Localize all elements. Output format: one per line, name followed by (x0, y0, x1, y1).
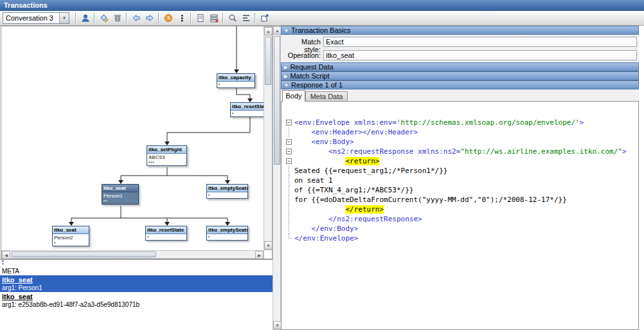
match-style-field[interactable]: Exact (323, 37, 637, 47)
window-title: Transactions (4, 1, 48, 9)
code-line: </env:Body> (285, 224, 636, 234)
tree-node-ports: ▪ (219, 82, 253, 86)
window-title-bar: Transactions (0, 0, 644, 11)
toolbar-separator (190, 13, 192, 23)
section-request-data[interactable]: ▶ Request Data (281, 62, 639, 71)
tree-node-ports: ▪▪ (103, 199, 137, 203)
magnifier-icon (228, 13, 238, 23)
meta-item-arg: arg1: e253ab8b-ed91-48f7-a2a3-d5e9d81307… (2, 301, 271, 309)
fold-toggle-icon[interactable]: − (286, 149, 292, 154)
scroll-right-icon[interactable]: ▶ (255, 251, 264, 259)
tree-node-title: itko_seat (102, 185, 138, 192)
layers-icon (209, 13, 219, 23)
transactions-window: Transactions Conversation 3 ▼ (0, 0, 644, 330)
tree-node-ports: ▪ (147, 235, 185, 239)
code-line: −<env:Body> (285, 137, 636, 147)
code-line: −<return> (285, 156, 636, 166)
section-transaction-basics[interactable]: ▼ Transaction Basics (281, 26, 639, 35)
section-response[interactable]: ▼ Response 1 of 1 (281, 80, 639, 89)
code-token: <env:Envelope xmlns:env= (294, 118, 397, 127)
tree-node-emptyseats-bottom[interactable]: itko_emptySeats ▪ (206, 226, 248, 241)
document-button[interactable] (193, 12, 207, 24)
code-line: </env:Envelope> (285, 234, 636, 243)
code-gutter: − (285, 156, 294, 166)
tree-node-resetstate-bottom[interactable]: itko_resetState ▪ (145, 226, 187, 241)
fold-guide-line (289, 166, 289, 176)
tab-body[interactable]: Body (282, 90, 305, 102)
delete-button[interactable] (111, 12, 124, 24)
scroll-thumb[interactable] (274, 36, 280, 165)
document-icon (195, 13, 206, 23)
tree-node-ports: ▪▪▪ (148, 160, 185, 164)
tree-vertical-scrollbar[interactable]: ▲ ▼ (264, 26, 273, 250)
operation-field[interactable]: itko_seat (323, 50, 637, 60)
tab-meta-data[interactable]: Meta Data (305, 91, 348, 102)
response-body-editor[interactable]: −<env:Envelope xmlns:env='http://schemas… (281, 101, 639, 330)
toolbar: Conversation 3 ▼ (0, 11, 644, 26)
section-match-script[interactable]: ▶ Match Script (281, 71, 639, 80)
fold-toggle-icon[interactable]: − (286, 139, 292, 145)
chevron-down-icon[interactable]: ▼ (59, 13, 69, 23)
code-token: <env:Header></env:Header> (311, 128, 418, 136)
code-text: for {{=doDateDeltaFromCurrent("yyyy-MM-d… (294, 195, 567, 205)
scroll-down-icon[interactable]: ▼ (264, 241, 273, 250)
collapse-down-icon[interactable]: ▼ (1, 262, 8, 266)
breakpoints-button[interactable] (175, 12, 188, 24)
meta-item-arg: arg1: Person1 (2, 284, 271, 292)
code-text: </return> (294, 205, 384, 214)
tree-node-seat-person2[interactable]: itko_seat Person2 ▪ (52, 226, 89, 246)
code-token: > (580, 118, 584, 127)
meta-panel-title: META (0, 260, 273, 275)
fold-toggle-icon[interactable]: − (286, 120, 292, 125)
code-text: <env:Header></env:Header> (294, 127, 418, 137)
tree-node-setflight[interactable]: itko_setFlight ABC53 ▪▪▪ (147, 145, 187, 166)
tree-node-title: itko_resetState (146, 226, 186, 234)
user-button[interactable] (78, 12, 92, 24)
toolbar-separator (75, 13, 76, 23)
fold-toggle-icon[interactable]: − (286, 158, 292, 164)
inspector-vertical-scrollbar[interactable]: ▲ ▼ (273, 26, 281, 330)
code-gutter: − (285, 137, 294, 147)
scroll-thumb[interactable] (265, 37, 271, 85)
tree-node-capacity[interactable]: itko_capacity ▪ (217, 73, 255, 88)
fold-guide-line (289, 205, 289, 214)
conversation-select[interactable]: Conversation 3 ▼ (3, 12, 69, 24)
tree-node-title: itko_emptySeats (207, 185, 247, 192)
meta-item-name[interactable]: itko_seat (2, 276, 271, 284)
tree-node-body: ▪ (146, 234, 186, 240)
meta-item[interactable]: itko_seat arg1: e253ab8b-ed91-48f7-a2a3-… (0, 292, 273, 309)
edit-transaction-button[interactable] (97, 12, 111, 24)
code-gutter (285, 224, 294, 234)
code-token: <env:Body> (311, 138, 353, 146)
history-button[interactable] (161, 12, 175, 24)
trash-icon (112, 13, 123, 23)
tree-node-resetstate-top[interactable]: itko_resetState ▪ (230, 102, 269, 117)
tree-node-subtitle: Person2 (54, 235, 87, 241)
meta-item-selected[interactable]: itko_seat arg1: Person1 (0, 275, 273, 292)
forward-button[interactable] (143, 12, 156, 24)
back-button[interactable] (129, 12, 143, 24)
tree-node-title: itko_seat (53, 226, 89, 234)
expand-triangle-icon: ▶ (284, 65, 287, 69)
export-button[interactable] (258, 12, 271, 24)
layers-button[interactable] (207, 12, 220, 24)
zoom-button[interactable] (226, 12, 239, 24)
code-gutter (285, 166, 294, 176)
tree-node-seat-selected[interactable]: itko_seat Person1 ▪▪ (102, 184, 139, 205)
code-line: on seat 1 (285, 176, 636, 185)
tree-horizontal-scrollbar[interactable]: ◀ ▶ (1, 250, 264, 259)
xml-code[interactable]: −<env:Envelope xmlns:env='http://schemas… (282, 102, 638, 329)
code-line: <env:Header></env:Header> (285, 127, 636, 137)
arrange-button[interactable] (239, 12, 253, 24)
split-divider[interactable]: ▲ ▼ (1, 259, 8, 266)
diamond-pencil-icon (99, 13, 109, 23)
scroll-thumb[interactable] (12, 252, 156, 257)
meta-item-name[interactable]: itko_seat (2, 293, 271, 301)
tree-node-emptyseats-mid[interactable]: itko_emptySeats ▪ (206, 184, 248, 199)
scroll-up-icon[interactable]: ▲ (264, 27, 273, 35)
code-gutter (285, 195, 294, 205)
tree-node-ports: ▪ (208, 193, 246, 197)
code-line: </return> (285, 205, 636, 214)
code-gutter (285, 214, 294, 224)
clock-icon (163, 13, 174, 23)
